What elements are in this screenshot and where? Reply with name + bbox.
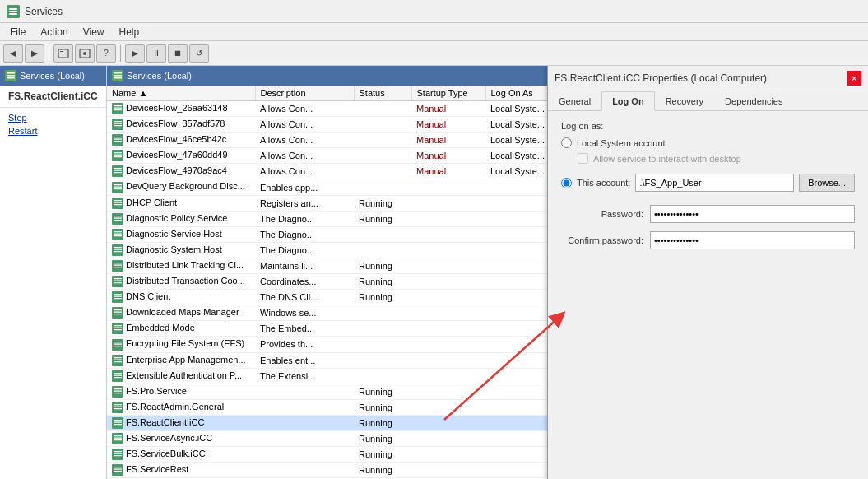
cell-description <box>255 415 354 430</box>
table-row[interactable]: DevicesFlow_46ce5b42c Allows Con... Manu… <box>107 133 547 148</box>
this-account-radio-row: This account: Browse... <box>561 174 855 192</box>
cell-description: Allows Con... <box>255 164 354 179</box>
svg-rect-42 <box>114 200 122 201</box>
table-row[interactable]: Distributed Transaction Coo... Coordinat… <box>107 274 547 290</box>
table-row[interactable]: Diagnostic Service Host The Diagno... <box>107 226 547 242</box>
cell-name: DNS Client <box>107 290 255 305</box>
cell-logon <box>485 415 547 430</box>
restart-service-link[interactable]: Restart <box>8 126 98 136</box>
svg-rect-70 <box>114 309 122 310</box>
menu-help[interactable]: Help <box>113 25 146 40</box>
tab-general[interactable]: General <box>548 91 601 110</box>
cell-name: FS.ReactAdmin.General <box>107 399 255 415</box>
table-row[interactable]: DNS Client The DNS Cli... Running <box>107 290 547 305</box>
table-row[interactable]: FS.ServiceRest Running <box>107 463 547 478</box>
cell-logon: Local Syste... <box>485 164 547 179</box>
cell-startup <box>411 321 485 337</box>
cell-startup <box>411 368 485 384</box>
table-row[interactable]: DevicesFlow_47a60dd49 Allows Con... Manu… <box>107 148 547 164</box>
services-table[interactable]: Name ▲ Description Status Startup Type L… <box>107 86 547 479</box>
stop-service-link[interactable]: Stop <box>8 113 98 123</box>
browse-button[interactable]: Browse... <box>799 174 855 192</box>
table-row[interactable]: Embedded Mode The Embed... <box>107 321 547 337</box>
account-input[interactable] <box>635 174 794 192</box>
cell-status <box>354 368 411 384</box>
restart-service-button[interactable]: ↺ <box>189 44 209 63</box>
cell-logon <box>485 274 547 290</box>
cell-logon <box>485 258 547 273</box>
svg-rect-16 <box>114 77 122 79</box>
svg-rect-66 <box>114 294 122 295</box>
table-row[interactable]: Encrypting File System (EFS) Provides th… <box>107 337 547 352</box>
cell-startup <box>411 226 485 242</box>
services-panel: Services (Local) Name ▲ Description Stat… <box>107 66 547 479</box>
tab-logon[interactable]: Log On <box>601 91 655 111</box>
table-row[interactable]: FS.ServiceAsync.iCC Running <box>107 430 547 446</box>
cell-logon: Local Syste... <box>485 101 547 117</box>
svg-rect-34 <box>114 168 122 169</box>
table-row[interactable]: Enterprise App Managemen... Enables ent.… <box>107 352 547 368</box>
allow-desktop-row: Allow service to interact with desktop <box>578 153 855 164</box>
svg-rect-56 <box>114 251 122 252</box>
show-console-button[interactable] <box>53 44 73 63</box>
table-row[interactable]: Distributed Link Tracking Cl... Maintain… <box>107 258 547 273</box>
help-button[interactable]: ? <box>96 44 116 63</box>
allow-desktop-checkbox[interactable] <box>578 153 588 164</box>
password-input[interactable] <box>650 205 855 223</box>
cell-status <box>354 305 411 321</box>
table-row[interactable]: DHCP Client Registers an... Running <box>107 195 547 211</box>
svg-rect-38 <box>114 184 122 185</box>
table-row[interactable]: Extensible Authentication P... The Exten… <box>107 368 547 384</box>
cell-logon <box>485 337 547 352</box>
svg-rect-12 <box>7 77 15 79</box>
cell-logon <box>485 352 547 368</box>
col-description[interactable]: Description <box>255 86 354 101</box>
local-system-radio[interactable] <box>561 137 572 148</box>
pause-service-button[interactable]: ⏸ <box>146 44 166 63</box>
dialog-close-button[interactable]: ✕ <box>847 71 861 86</box>
col-startup[interactable]: Startup Type <box>411 86 485 101</box>
col-name[interactable]: Name ▲ <box>107 86 255 101</box>
svg-rect-51 <box>114 233 122 234</box>
col-logon[interactable]: Log On As <box>485 86 547 101</box>
this-account-radio[interactable] <box>561 178 572 188</box>
svg-rect-81 <box>112 355 123 366</box>
cell-name: DevQuery Background Disc... <box>107 179 255 195</box>
properties-button[interactable] <box>75 44 95 63</box>
back-button[interactable]: ◀ <box>3 44 23 63</box>
col-status[interactable]: Status <box>354 86 411 101</box>
this-account-radio-label: This account: <box>577 178 630 188</box>
table-row[interactable]: FS.ServiceBulk.iCC Running <box>107 447 547 463</box>
menu-view[interactable]: View <box>77 25 111 40</box>
table-row[interactable]: DevicesFlow_26aa63148 Allows Con... Manu… <box>107 101 547 117</box>
svg-rect-102 <box>114 435 122 436</box>
tab-dependencies[interactable]: Dependencies <box>714 91 793 110</box>
forward-button[interactable]: ▶ <box>25 44 44 63</box>
cell-name: DevicesFlow_4970a9ac4 <box>107 164 255 179</box>
cell-status: Running <box>354 384 411 399</box>
table-row[interactable]: DevQuery Background Disc... Enables app.… <box>107 179 547 195</box>
table-row[interactable]: DevicesFlow_357adf578 Allows Con... Manu… <box>107 117 547 133</box>
svg-rect-47 <box>114 217 122 218</box>
start-service-button[interactable]: ▶ <box>125 44 145 63</box>
svg-rect-76 <box>114 329 122 330</box>
dialog-tabs: General Log On Recovery Dependencies <box>548 91 868 111</box>
svg-rect-79 <box>114 343 122 344</box>
table-row[interactable]: FS.ReactClient.iCC Running <box>107 415 547 430</box>
table-row[interactable]: Diagnostic Policy Service The Diagno... … <box>107 211 547 226</box>
table-row[interactable]: FS.ReactAdmin.General Running <box>107 399 547 415</box>
cell-description: The Diagno... <box>255 226 354 242</box>
svg-rect-69 <box>112 307 123 319</box>
tab-recovery[interactable]: Recovery <box>655 91 714 110</box>
table-row[interactable]: FS.Pro.Service Running <box>107 384 547 399</box>
svg-rect-80 <box>114 346 122 346</box>
table-row[interactable]: Diagnostic System Host The Diagno... <box>107 242 547 258</box>
menu-file[interactable]: File <box>3 25 32 40</box>
svg-rect-88 <box>114 377 122 378</box>
stop-service-button[interactable]: ⏹ <box>168 44 188 63</box>
dialog-title: FS.ReactClient.iCC Properties (Local Com… <box>555 72 767 84</box>
table-row[interactable]: DevicesFlow_4970a9ac4 Allows Con... Manu… <box>107 164 547 179</box>
menu-action[interactable]: Action <box>34 25 74 40</box>
table-row[interactable]: Downloaded Maps Manager Windows se... <box>107 305 547 321</box>
confirm-password-input[interactable] <box>650 231 855 249</box>
